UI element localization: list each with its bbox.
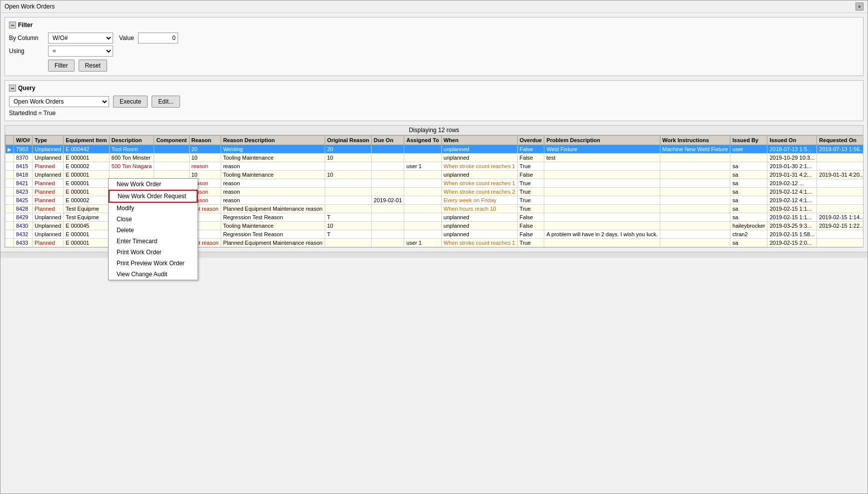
row-indicator [6,222,14,230]
cell-assigned-to [404,213,441,222]
cell-assigned-to [404,154,441,162]
cell-wo: 8432 [14,230,33,239]
cell-equip: E 000001 [64,171,110,179]
cell-assigned-to [404,179,441,188]
filter-button[interactable]: Filter [48,60,75,72]
cell-equip: E 000001 [64,188,110,196]
cell-when: When hours reach 10 [441,205,517,213]
context-menu-item[interactable]: Print Preview Work Order [109,258,198,269]
cell-wo: 8433 [14,239,33,247]
context-menu-item[interactable]: View Change Audit [109,269,198,280]
cell-desc: 500 Ton Niagara [109,162,154,171]
table-row[interactable]: 8418UnplannedE 00000110Tooling Maintenan… [6,171,864,179]
edit-button[interactable]: Edit... [152,96,180,108]
cell-reason: 20 [189,145,221,154]
col-problem-desc: Problem Description [544,136,660,145]
context-menu-item[interactable]: Print Work Order [109,247,198,258]
execute-button[interactable]: Execute [113,96,148,108]
cell-problem-desc [544,162,660,171]
cell-overdue: True [517,196,544,205]
cell-work-instr [660,196,730,205]
cell-issued-by: haileybrocker [730,222,767,230]
cell-due-on [372,162,404,171]
value-input[interactable] [138,33,178,44]
cell-overdue: True [517,205,544,213]
cell-wo: 8428 [14,205,33,213]
using-select[interactable]: = < > <= >= != [48,46,113,57]
filter-collapse-btn[interactable]: – [9,22,16,29]
cell-type: Planned [33,239,64,247]
cell-requested-on [817,154,863,162]
cell-assigned-to [404,145,441,154]
cell-desc: 600 Ton Minster [109,154,154,162]
cell-type: Unplanned [33,222,64,230]
cell-orig-reason [325,205,371,213]
cell-orig-reason: 10 [325,154,371,162]
row-indicator: ▶ [6,145,14,154]
cell-when: When stroke count reaches 1 [441,239,517,247]
cell-when: Every week on Friday [441,196,517,205]
cell-issued-by: sa [730,171,767,179]
table-row[interactable]: ▶7963UnplannedE 000442Tool Room20Welding… [6,145,864,154]
cell-requested-on [817,239,863,247]
context-menu-item[interactable]: Modify [109,203,198,214]
cell-assigned-to [404,196,441,205]
query-select[interactable]: Open Work Orders [9,96,109,107]
cell-assigned-to: user 1 [404,162,441,171]
cell-component [154,154,189,162]
row-indicator [6,213,14,222]
cell-equip: E 000442 [64,145,110,154]
col-work-instr: Work Instructions [660,136,730,145]
row-indicator [6,230,14,239]
cell-requested-on: 2019-02-15 1:14... [817,213,863,222]
cell-overdue: True [517,179,544,188]
cell-type: Unplanned [33,145,64,154]
context-menu-item[interactable]: New Work Order Request [109,190,198,203]
cell-equip: E 000001 [64,179,110,188]
cell-due-on [372,222,404,230]
context-menu-item[interactable]: Close [109,214,198,225]
col-type: Type [33,136,64,145]
cell-reason-desc: Planned Equipment Maintenance reason [221,239,325,247]
cell-problem-desc [544,188,660,196]
cell-overdue: False [517,145,544,154]
row-indicator [6,179,14,188]
col-reason: Reason [189,136,221,145]
cell-issued-on: 2019-03-25 9:3... [767,222,817,230]
query-condition: StartedInd = True [9,110,859,117]
cell-assigned-to [404,188,441,196]
cell-due-on [372,205,404,213]
by-column-select[interactable]: W/O# Type Equipment Item Description Com… [48,33,113,44]
context-menu-item[interactable]: New Work Order [109,179,198,190]
main-window: Open Work Orders × – Filter By Column W/… [0,0,868,494]
reset-button[interactable]: Reset [79,60,107,72]
close-button[interactable]: × [855,3,863,11]
cell-type: Planned [33,188,64,196]
cell-equip: E 000001 [64,230,110,239]
context-menu-item[interactable]: Delete [109,225,198,236]
cell-component [154,162,189,171]
cell-requested-on [817,179,863,188]
cell-work-instr [660,213,730,222]
table-row[interactable]: 8370UnplannedE 000001600 Ton Minster10To… [6,154,864,162]
table-row[interactable]: 8415PlannedE 000002500 Ton Niagarareason… [6,162,864,171]
cell-requested-on: 2019-02-15 1:22... [817,222,863,230]
cell-assigned-to [404,171,441,179]
cell-issued-on: 2019-02-15 2:0... [767,239,817,247]
cell-wo: 8370 [14,154,33,162]
cell-due-on [372,188,404,196]
cell-type: Unplanned [33,230,64,239]
cell-issued-by: sa [730,205,767,213]
cell-wo: 8423 [14,188,33,196]
row-indicator [6,154,14,162]
context-menu-item[interactable]: Enter Timecard [109,236,198,247]
cell-equip: E 000001 [64,154,110,162]
query-collapse-btn[interactable]: – [9,85,16,92]
cell-reason-desc: Regression Test Reason [221,230,325,239]
context-menu: New Work OrderNew Work Order RequestModi… [108,178,198,280]
cell-work-instr [660,205,730,213]
cell-due-on [372,154,404,162]
cell-when: When stroke count reaches 1 [441,179,517,188]
cell-work-instr [660,179,730,188]
cell-problem-desc [544,213,660,222]
